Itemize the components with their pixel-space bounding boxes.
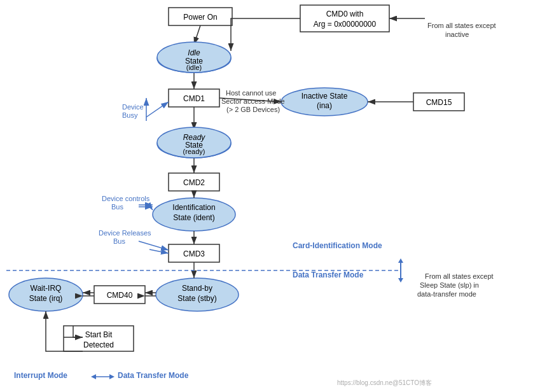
from-all-slp-label2: Sleep State (slp) in xyxy=(420,281,479,289)
device-busy-arrow xyxy=(146,102,169,117)
device-controls-label: Device controls xyxy=(102,195,150,202)
cmd3-label: CMD3 xyxy=(183,249,205,258)
start-bit-label2: Detected xyxy=(83,340,114,349)
watermark-label: https://blog.csdn.ne@51CTO博客 xyxy=(337,379,432,386)
start-bit-label: Start Bit xyxy=(85,330,113,339)
idle-sub: (idle) xyxy=(186,64,202,71)
cmd15-label: CMD15 xyxy=(426,98,452,107)
arrow-mode-top xyxy=(398,258,403,263)
from-all-slp-label3: data-transfer mode xyxy=(417,290,476,298)
power-on-label: Power On xyxy=(183,13,217,22)
ident-state-label2: State (ident) xyxy=(173,213,214,222)
arrow-device-releases xyxy=(149,249,169,253)
device-busy-label2: Busy xyxy=(122,111,138,119)
data-transfer-mode-bot-label: Data Transfer Mode xyxy=(118,371,189,380)
device-releases-arrow xyxy=(139,241,169,250)
diagram-svg: Power On CMD0 with Arg = 0x00000000 Idle… xyxy=(0,0,554,392)
cmd1-label: CMD1 xyxy=(183,94,205,103)
arrow-device-controls xyxy=(149,205,153,210)
interrupt-mode-label: Interrupt Mode xyxy=(14,371,67,380)
from-all-states-label: From all states except xyxy=(427,22,496,29)
idle-italic: Idle xyxy=(188,48,200,57)
cmd2-label: CMD2 xyxy=(183,178,205,187)
device-releases-label: Device Releases xyxy=(99,229,151,237)
device-busy-label: Device xyxy=(122,103,144,111)
device-controls-label2: Bus xyxy=(111,203,123,211)
ready-sub: (ready) xyxy=(183,148,205,155)
arrow-mode-bot xyxy=(398,278,403,283)
host-cannot-label: Host cannot use xyxy=(226,89,277,97)
inactive-state-label2: (ina) xyxy=(317,101,332,110)
state-machine-diagram: Power On CMD0 with Arg = 0x00000000 Idle… xyxy=(0,0,554,392)
arrow-bot-right xyxy=(109,374,114,379)
card-id-mode-label: Card-Identification Mode xyxy=(293,241,382,250)
data-transfer-mode-label: Data Transfer Mode xyxy=(293,270,364,279)
wait-irq-label: Wait-IRQ xyxy=(31,284,62,293)
cmd0-label: CMD0 with xyxy=(326,10,364,18)
from-all-slp-label: From all states except xyxy=(425,272,494,280)
ident-state-label: Identification xyxy=(172,203,215,212)
cmd40-label: CMD40 xyxy=(107,291,133,300)
arrow-cmd0-idle xyxy=(231,18,300,51)
arrow-bot-left xyxy=(91,374,96,379)
cmd0-arg-label: Arg = 0x00000000 xyxy=(314,20,377,29)
inactive-state-label: Inactive State xyxy=(301,92,348,101)
host-cannot-label3: (> 2 GB Devices) xyxy=(226,106,280,113)
wait-irq-label2: State (irq) xyxy=(29,294,63,303)
host-cannot-label2: Sector access Mode xyxy=(221,97,285,105)
device-releases-label2: Bus xyxy=(113,237,125,245)
from-all-states-label2: inactive xyxy=(445,31,469,38)
standby-state-label: Stand-by xyxy=(182,284,212,293)
standby-state-label2: State (stby) xyxy=(177,294,216,303)
